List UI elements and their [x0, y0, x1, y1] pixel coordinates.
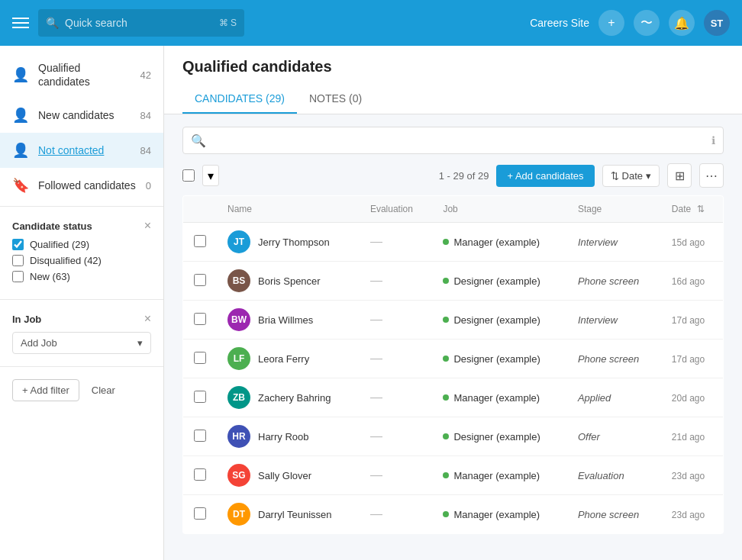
evaluation-cell: — [360, 456, 432, 495]
candidate-name-cell[interactable]: LF Leora Ferry [217, 340, 360, 378]
candidate-name-cell[interactable]: HR Harry Roob [217, 417, 360, 456]
row-checkbox[interactable] [194, 391, 206, 403]
add-job-label: Add Job [21, 337, 57, 349]
view-toggle-button[interactable]: ⊞ [667, 163, 692, 188]
sidebar-item-not-contacted[interactable]: 👤 Not contacted 84 [0, 133, 163, 168]
evaluation-cell: — [360, 378, 432, 417]
candidate-avatar: DT [227, 503, 250, 526]
row-checkbox[interactable] [194, 235, 206, 247]
row-checkbox-cell [183, 495, 218, 534]
candidate-name-cell[interactable]: SG Sally Glover [217, 456, 360, 495]
sidebar-item-followed[interactable]: 🔖 Followed candidates 0 [0, 168, 163, 203]
filter-option-qualified[interactable]: Qualified (29) [12, 239, 151, 250]
filter-option-disqualified[interactable]: Disqualified (42) [12, 255, 151, 266]
quick-search-box[interactable]: 🔍 ⌘ S [38, 9, 244, 37]
evaluation-cell: — [360, 262, 432, 301]
notifications-button[interactable]: 🔔 [669, 10, 695, 36]
job-cell: Manager (example) [432, 223, 567, 262]
filter-section-title: Candidate status [12, 220, 92, 232]
date-value: 23d ago [672, 510, 705, 520]
sidebar-item-new[interactable]: 👤 New candidates 84 [0, 98, 163, 133]
sort-chevron-icon: ▾ [646, 170, 651, 182]
sidebar-divider [0, 206, 163, 207]
add-candidates-button[interactable]: + Add candidates [496, 165, 594, 187]
row-checkbox[interactable] [194, 507, 206, 520]
select-all-checkbox[interactable] [182, 169, 195, 182]
date-sort-button[interactable]: ⇅ Date ▾ [602, 165, 660, 187]
row-checkbox[interactable] [194, 430, 206, 442]
date-value: 17d ago [672, 354, 705, 365]
add-button[interactable]: + [598, 10, 624, 36]
new-candidates-icon: 👤 [12, 107, 29, 124]
stage-value: Applied [578, 392, 611, 404]
table-row: SG Sally Glover — Manager (example) Eval… [183, 456, 724, 495]
candidate-name-cell[interactable]: BS Boris Spencer [217, 262, 360, 301]
row-checkbox-cell [183, 262, 218, 301]
row-checkbox-cell [183, 223, 218, 262]
evaluation-value: — [370, 430, 382, 443]
candidate-name-cell[interactable]: BW Bria Willmes [217, 301, 360, 340]
date-value: 17d ago [672, 315, 705, 326]
row-checkbox[interactable] [194, 468, 206, 481]
sidebar-item-label: New candidates [38, 108, 131, 122]
tab-notes[interactable]: NOTES (0) [297, 85, 374, 114]
filter-option-new[interactable]: New (63) [12, 271, 151, 282]
select-dropdown-button[interactable]: ▾ [202, 165, 219, 186]
col-job: Job [432, 196, 567, 223]
job-status-dot [443, 317, 449, 323]
more-options-button[interactable]: ⋯ [699, 163, 724, 188]
job-name: Designer (example) [453, 431, 540, 443]
plus-icon: + [608, 16, 615, 30]
filter-close-button[interactable]: × [144, 219, 151, 233]
candidate-search-input[interactable] [212, 134, 705, 146]
row-checkbox[interactable] [194, 274, 206, 286]
stage-value: Interview [578, 237, 618, 248]
stage-cell: Phone screen [567, 340, 661, 378]
date-cell: 17d ago [661, 301, 724, 340]
search-input[interactable] [65, 17, 202, 29]
main-layout: 👤 Qualified candidates 42 👤 New candidat… [0, 46, 742, 560]
row-checkbox[interactable] [194, 352, 206, 364]
date-cell: 21d ago [661, 417, 724, 456]
search-icon: 🔍 [191, 134, 206, 148]
candidate-avatar: BW [227, 308, 250, 331]
filter-checkbox-disqualified[interactable] [12, 255, 24, 266]
keyboard-shortcut: ⌘ S [219, 18, 237, 28]
ellipsis-icon: ⋯ [705, 169, 718, 183]
tab-bar: CANDIDATES (29) NOTES (0) [182, 85, 724, 114]
candidate-avatar: JT [227, 230, 250, 253]
candidate-name-cell[interactable]: ZB Zachery Bahring [217, 378, 360, 417]
clear-button[interactable]: Clear [85, 380, 121, 401]
candidates-table: Name Evaluation Job Stage Date ⇅ [182, 195, 724, 534]
candidate-name-cell[interactable]: JT Jerry Thompson [217, 223, 360, 262]
row-checkbox-cell [183, 456, 218, 495]
candidate-search-box[interactable]: 🔍 ℹ [182, 127, 724, 154]
evaluation-value: — [370, 507, 382, 520]
stage-value: Phone screen [578, 275, 639, 287]
sidebar-item-label: Qualified candidates [38, 61, 131, 89]
filter-checkbox-qualified[interactable] [12, 239, 24, 250]
analytics-button[interactable]: 〜 [634, 10, 660, 36]
filter-checkbox-new[interactable] [12, 271, 24, 282]
add-filter-button[interactable]: + Add filter [12, 379, 79, 401]
sidebar-item-label: Not contacted [38, 143, 131, 157]
followed-count: 0 [146, 180, 151, 191]
add-job-dropdown[interactable]: Add Job ▾ [12, 332, 151, 354]
candidate-name-cell[interactable]: DT Darryl Teunissen [217, 495, 360, 534]
row-checkbox[interactable] [194, 313, 206, 325]
evaluation-value: — [370, 274, 382, 287]
job-name: Designer (example) [453, 353, 540, 365]
in-job-close-button[interactable]: × [144, 312, 151, 326]
user-avatar[interactable]: ST [704, 10, 730, 36]
row-checkbox-cell [183, 417, 218, 456]
job-cell: Designer (example) [432, 301, 567, 340]
hamburger-menu[interactable] [12, 18, 29, 28]
careers-site-link[interactable]: Careers Site [530, 17, 589, 29]
in-job-header: In Job × [12, 312, 151, 326]
top-navigation: 🔍 ⌘ S Careers Site + 〜 🔔 ST [0, 0, 742, 46]
sort-icon: ⇅ [611, 170, 619, 182]
tab-candidates[interactable]: CANDIDATES (29) [182, 85, 297, 114]
sidebar-divider-2 [0, 299, 163, 300]
sidebar-item-qualified[interactable]: 👤 Qualified candidates 42 [0, 52, 163, 98]
info-icon: ℹ [711, 134, 715, 146]
